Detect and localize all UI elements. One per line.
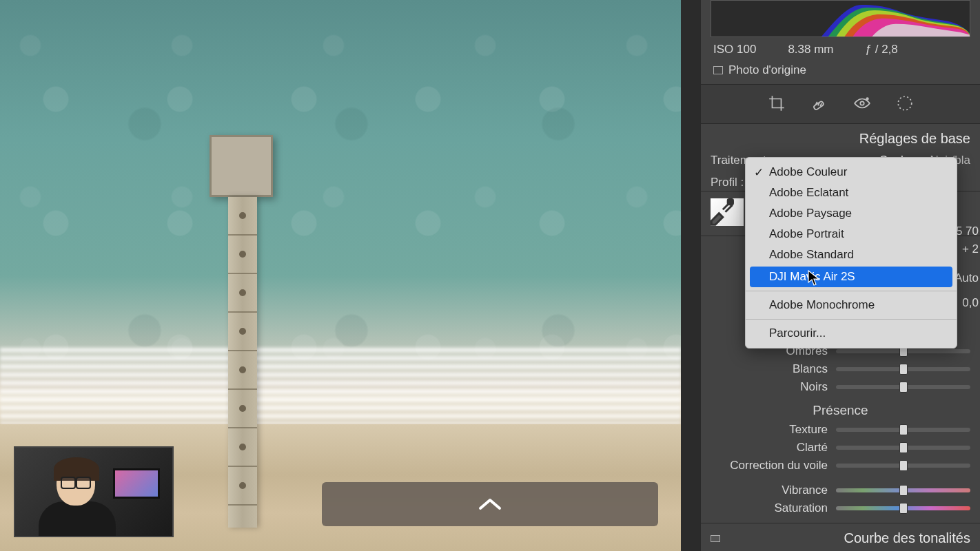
slider-vibrance[interactable]: Vibrance — [711, 481, 970, 499]
water-texture — [0, 0, 681, 386]
pier-head — [210, 135, 273, 197]
slider-clarte[interactable]: Clarté — [711, 439, 970, 457]
slider-voile[interactable]: Correction du voile — [711, 457, 970, 475]
original-photo-label: Photo d'origine — [728, 63, 806, 77]
presence-header: Présence — [711, 396, 970, 421]
profile-option-adobe-standard[interactable]: Adobe Standard — [746, 245, 957, 265]
tone-curve-header[interactable]: Courbe des tonalités — [701, 523, 980, 549]
profile-option-adobe-monochrome[interactable]: Adobe Monochrome — [746, 295, 957, 315]
svg-point-4 — [860, 101, 864, 105]
exif-aperture: ƒ / 2,8 — [866, 43, 898, 56]
rectangle-icon — [713, 66, 723, 74]
value-zero: 0,0 — [962, 296, 979, 310]
profile-option-adobe-couleur[interactable]: Adobe Couleur — [746, 162, 957, 183]
eye-mask-icon[interactable] — [853, 94, 871, 112]
exif-row: ISO 100 8.38 mm ƒ / 2,8 — [701, 37, 980, 59]
dropdown-separator — [746, 319, 957, 320]
svg-point-6 — [898, 96, 912, 110]
profile-option-browse[interactable]: Parcourir... — [746, 323, 957, 344]
profile-option-adobe-portrait[interactable]: Adobe Portrait — [746, 224, 957, 245]
profile-dropdown[interactable]: Adobe Couleur Adobe Eclatant Adobe Paysa… — [745, 157, 957, 349]
crop-icon[interactable] — [768, 94, 786, 112]
svg-point-5 — [866, 98, 868, 100]
original-photo-toggle[interactable]: Photo d'origine — [701, 59, 980, 84]
exif-iso: ISO 100 — [713, 43, 756, 56]
slider-blancs[interactable]: Blancs — [711, 360, 970, 378]
presenter-webcam — [14, 446, 174, 537]
slider-noirs[interactable]: Noirs — [711, 378, 970, 396]
panel-switch-icon[interactable] — [711, 535, 720, 542]
develop-panel: ISO 100 8.38 mm ƒ / 2,8 Photo d'origine … — [700, 0, 980, 551]
chevron-up-icon — [478, 497, 502, 511]
profile-option-adobe-paysage[interactable]: Adobe Paysage — [746, 203, 957, 224]
pier-walkway — [228, 197, 257, 528]
auto-button[interactable]: Auto — [955, 271, 979, 285]
value-tint: + 2 — [962, 242, 979, 256]
wb-eyedropper[interactable] — [711, 198, 744, 226]
slider-texture[interactable]: Texture — [711, 421, 970, 439]
tool-strip — [701, 84, 980, 124]
exif-focal: 8.38 mm — [788, 43, 833, 56]
profile-label: Profil : — [711, 176, 744, 189]
profile-option-adobe-eclatant[interactable]: Adobe Eclatant — [746, 183, 957, 203]
radial-mask-icon[interactable] — [896, 94, 914, 112]
eyedropper-icon — [706, 196, 737, 226]
slider-saturation[interactable]: Saturation — [711, 499, 970, 517]
profile-option-dji-mavic-air-2s[interactable]: DJI Mavic Air 2S — [750, 267, 952, 287]
dropdown-separator — [746, 291, 957, 291]
histogram-graph — [711, 1, 970, 37]
svg-rect-0 — [813, 101, 824, 110]
surf-foam — [0, 347, 681, 424]
value-temp: 5 70 — [956, 225, 979, 238]
basic-settings-header[interactable]: Réglages de base — [701, 124, 980, 149]
image-canvas[interactable] — [0, 0, 681, 551]
filmstrip-toggle-bar[interactable] — [322, 482, 658, 526]
svg-rect-7 — [728, 200, 733, 205]
healing-brush-icon[interactable] — [810, 94, 828, 112]
histogram[interactable] — [711, 0, 970, 37]
